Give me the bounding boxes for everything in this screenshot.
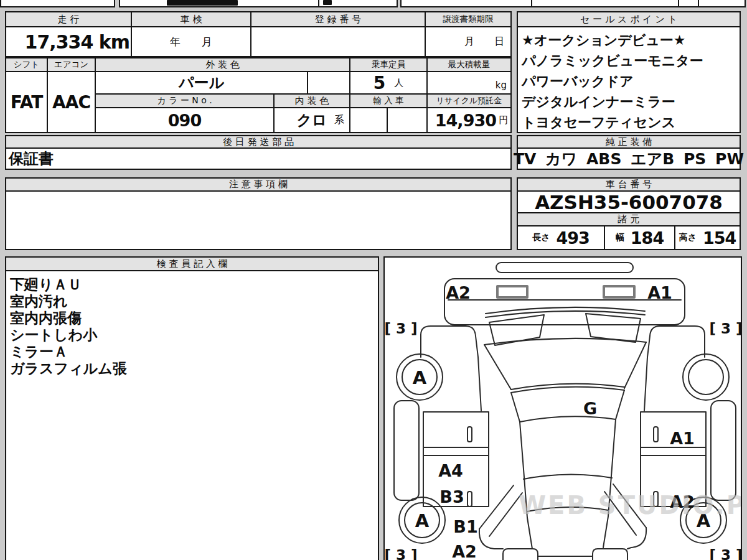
length-label: 長さ xyxy=(532,232,550,243)
rear-lamp-left xyxy=(503,549,538,560)
spec-width: 幅 184 xyxy=(604,225,675,250)
cropped-top-cell xyxy=(400,0,532,7)
cropped-top-cell xyxy=(678,0,699,7)
chassis-number-value: AZSH35-6007078 xyxy=(517,190,741,213)
inspector-note-line: 室内内張傷 xyxy=(10,310,374,327)
inspection-value: 年 月 xyxy=(131,26,251,57)
registration-value xyxy=(250,26,426,57)
capacity-value: 5 人 xyxy=(349,71,428,95)
sales-point-item: トヨタセーフティセンス xyxy=(522,112,736,133)
wheel-label-front-left: A xyxy=(413,367,427,388)
wheel-label-rear-right: A xyxy=(697,510,711,531)
rocker-right xyxy=(711,401,736,500)
aircon-header: エアコン xyxy=(47,57,96,72)
import-car-cell-1 xyxy=(349,107,388,133)
width-label: 幅 xyxy=(616,232,624,243)
inspector-header: 検 査 員 記 入 欄 xyxy=(5,256,379,271)
tire-label-rear-left: [ 3 ] xyxy=(385,547,418,560)
wheel-label-rear-left: A xyxy=(415,510,430,531)
sales-points-list: ★オークションデビュー★ パノラミックビューモニター パワーバックドア デジタル… xyxy=(517,26,741,133)
tire-label-front-right: [ 3 ] xyxy=(709,320,741,337)
rocker-left xyxy=(394,401,419,500)
cropped-text-remnant xyxy=(323,0,332,5)
height-label: 高さ xyxy=(679,232,697,243)
headlight-left xyxy=(497,286,527,297)
shift-value: FAT xyxy=(5,71,48,133)
max-load-value: kg xyxy=(426,71,512,95)
width-value: 184 xyxy=(631,228,664,248)
capacity-unit: 人 xyxy=(394,77,403,89)
interior-color-name: クロ xyxy=(296,110,327,130)
exterior-color-header: 外 装 色 xyxy=(95,57,350,72)
damage-label-right-rear-door: A2 xyxy=(670,492,695,511)
cropped-top-cell xyxy=(0,0,115,7)
recycle-deposit-value: 14,930 円 xyxy=(426,107,512,133)
inspector-note-line: 下廻りＡＵ xyxy=(10,276,374,293)
door-handle xyxy=(467,492,472,506)
wheel-front-right xyxy=(683,354,729,400)
height-value: 154 xyxy=(703,228,736,248)
damage-label-left-a2: A2 xyxy=(452,542,477,560)
capacity-header: 乗車定員 xyxy=(349,57,428,72)
interior-color-header: 内 装 色 xyxy=(273,93,350,108)
door-handle xyxy=(654,427,658,442)
damage-label-left-b1: B1 xyxy=(453,517,477,536)
notes-header: 注 意 事 項 欄 xyxy=(5,177,512,192)
damage-label-front-left: A2 xyxy=(446,283,471,302)
damage-label-front-right: A1 xyxy=(647,283,672,302)
damage-label-right-front-door: A1 xyxy=(670,429,695,448)
wiper-right xyxy=(586,314,641,342)
registration-header: 登 録 番 号 xyxy=(250,11,426,27)
import-car-header: 輸 入 車 xyxy=(349,93,428,108)
glass-label: G xyxy=(583,399,597,418)
genuine-equipment-value: TV カワ ABS エアB PS PW xyxy=(517,147,741,170)
headlight-right xyxy=(604,286,634,297)
damage-label-left-a4: A4 xyxy=(438,461,463,480)
sales-points-header: セ ー ル ス ポ イ ン ト xyxy=(517,11,741,27)
recycle-unit: 円 xyxy=(499,114,508,126)
transfer-deadline-header: 譲渡書類期限 xyxy=(425,11,512,27)
hood xyxy=(484,338,646,345)
tire-label-front-left: [ 3 ] xyxy=(385,320,418,337)
cropped-text-remnant xyxy=(167,0,238,6)
color-no-value: 090 xyxy=(95,107,275,133)
chassis-number-header: 車 台 番 号 xyxy=(517,177,741,192)
plate-slot xyxy=(496,263,633,273)
mileage-header: 走 行 xyxy=(5,11,132,27)
windshield xyxy=(511,393,520,422)
damage-label-left-b3: B3 xyxy=(439,487,464,506)
inspector-notes: 下廻りＡＵ 室内汚れ 室内内張傷 シートしわ小 ミラーＡ ガラスフィルム張 xyxy=(5,270,379,560)
spec-height: 高さ 154 xyxy=(674,225,741,250)
color-no-header: カ ラ ー N o . xyxy=(95,93,275,108)
sales-point-item: ★オークションデビュー★ xyxy=(522,30,736,50)
inspector-note-line: ミラーＡ xyxy=(10,343,374,360)
cropped-top-cell xyxy=(698,0,746,7)
auction-sheet: 走 行 車 検 登 録 番 号 譲渡書類期限 17,334 km 年 月 月 日… xyxy=(0,0,747,560)
sales-point-item: デジタルインナーミラー xyxy=(522,91,736,112)
inspector-note-line: シートしわ小 xyxy=(10,327,374,343)
inspector-note-line: 室内汚れ xyxy=(10,293,374,310)
mileage-value: 17,334 km xyxy=(5,26,132,57)
rear-lamp-right xyxy=(593,549,627,560)
sales-point-item: パワーバックドア xyxy=(522,71,736,91)
notes-body xyxy=(5,190,512,250)
tire-label-rear-right: [ 3 ] xyxy=(709,547,741,560)
vehicle-diagram: A2 A1 [ 3 ] [ 3 ] [ 3 ] [ 3 ] A A A G A1… xyxy=(385,258,741,560)
later-parts-header: 後 日 発 送 部 品 xyxy=(5,135,512,149)
aircon-value: AAC xyxy=(47,71,96,133)
exterior-color-extra-cell xyxy=(307,71,350,95)
recycle-amount: 14,930 xyxy=(435,111,496,130)
inspector-note-line: ガラスフィルム張 xyxy=(10,360,374,377)
sales-point-item: パノラミックビューモニター xyxy=(522,50,736,71)
specs-header: 諸 元 xyxy=(517,212,741,226)
transfer-deadline-value: 月 日 xyxy=(425,26,512,57)
genuine-equipment-header: 純 正 装 備 xyxy=(517,135,741,149)
interior-color-suffix: 系 xyxy=(334,114,344,127)
spec-length: 長さ 493 xyxy=(517,225,605,250)
cropped-top-cell xyxy=(531,0,679,7)
shift-header: シフト xyxy=(5,57,48,72)
later-parts-value: 保証書 xyxy=(5,147,512,170)
import-car-cell-2 xyxy=(387,107,428,133)
interior-color-value: クロ 系 xyxy=(273,107,350,133)
recycle-deposit-header: リサイクル預託金 xyxy=(426,93,512,108)
